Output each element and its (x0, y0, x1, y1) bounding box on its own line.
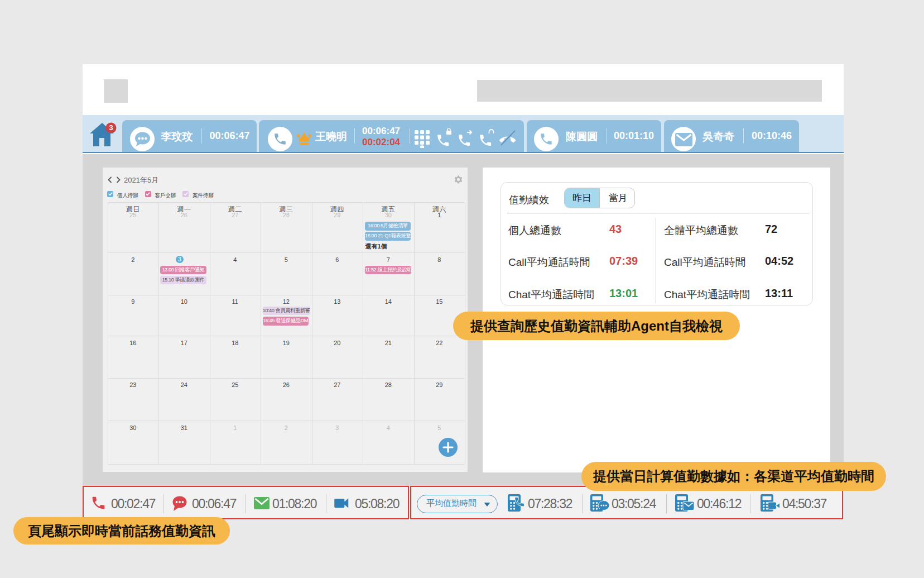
svg-text:3: 3 (109, 123, 113, 132)
